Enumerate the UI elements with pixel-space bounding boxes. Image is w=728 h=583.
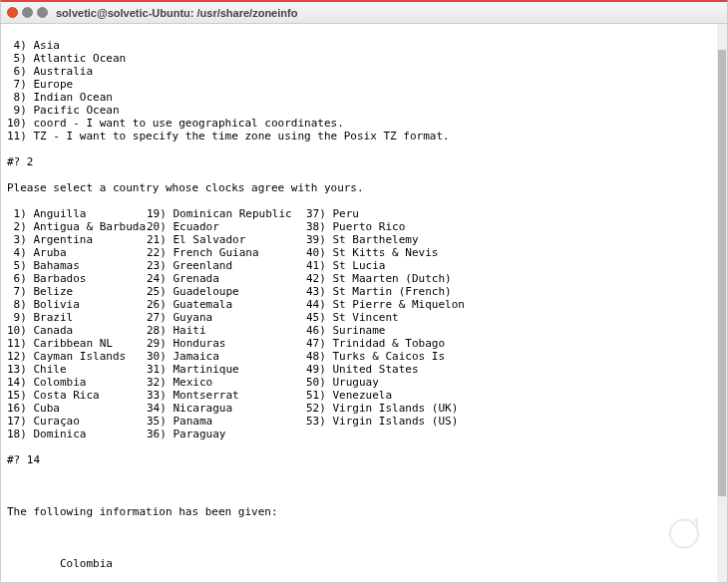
country-cell: 19) Dominican Republic [147, 207, 306, 220]
terminal-window: solvetic@solvetic-Ubuntu: /usr/share/zon… [0, 0, 728, 583]
country-cell: 13) Chile [7, 363, 147, 376]
window-buttons [7, 7, 48, 18]
country-cell: 48) Turks & Caicos Is [306, 350, 721, 363]
country-cell: 51) Venezuela [306, 389, 721, 402]
country-cell: 41) St Lucia [306, 259, 721, 272]
country-cell: 52) Virgin Islands (UK) [306, 402, 721, 415]
country-row: 15) Costa Rica33) Montserrat51) Venezuel… [7, 389, 721, 402]
country-row: 11) Caribbean NL29) Honduras47) Trinidad… [7, 337, 721, 350]
country-cell: 25) Guadeloupe [147, 285, 306, 298]
country-cell: 28) Haiti [147, 324, 306, 337]
country-cell: 11) Caribbean NL [7, 337, 147, 350]
maximize-icon[interactable] [37, 7, 48, 18]
country-row: 14) Colombia32) Mexico50) Uruguay [7, 376, 721, 389]
country-row: 8) Bolivia26) Guatemala44) St Pierre & M… [7, 298, 721, 311]
watermark-icon [619, 493, 709, 572]
scrollbar[interactable] [717, 24, 727, 582]
country-cell: 29) Honduras [147, 337, 306, 350]
country-cell [306, 428, 721, 440]
output-line: The following information has been given… [7, 505, 721, 518]
country-cell: 39) St Barthelemy [306, 233, 721, 246]
country-cell: 12) Cayman Islands [7, 350, 147, 363]
output-line: 4) Asia [7, 39, 721, 52]
country-cell: 3) Argentina [7, 233, 147, 246]
svg-point-0 [670, 520, 698, 548]
country-cell: 2) Antigua & Barbuda [7, 220, 147, 233]
country-cell: 30) Jamaica [147, 350, 306, 363]
country-cell: 16) Cuba [7, 402, 147, 415]
terminal-body[interactable]: 4) Asia 5) Atlantic Ocean 6) Australia 7… [1, 24, 727, 582]
country-row: 16) Cuba34) Nicaragua52) Virgin Islands … [7, 402, 721, 415]
country-row: 17) Curaçao35) Panama53) Virgin Islands … [7, 415, 721, 428]
country-row: 13) Chile31) Martinique49) United States [7, 363, 721, 376]
country-cell: 53) Virgin Islands (US) [306, 415, 721, 428]
country-cell: 36) Paraguay [147, 428, 306, 440]
country-cell: 10) Canada [7, 324, 147, 337]
country-cell: 47) Trinidad & Tobago [306, 337, 721, 350]
blank-line [7, 531, 721, 544]
minimize-icon[interactable] [22, 7, 33, 18]
country-cell: 38) Puerto Rico [306, 220, 721, 233]
country-cell: 46) Suriname [306, 324, 721, 337]
output-line: 5) Atlantic Ocean [7, 52, 721, 65]
country-row: 3) Argentina21) El Salvador39) St Barthe… [7, 233, 721, 246]
country-cell: 34) Nicaragua [147, 402, 306, 415]
country-row: 9) Brazil27) Guyana45) St Vincent [7, 311, 721, 324]
country-row: 5) Bahamas23) Greenland41) St Lucia [7, 259, 721, 272]
country-cell: 37) Peru [306, 207, 721, 220]
window-title: solvetic@solvetic-Ubuntu: /usr/share/zon… [56, 7, 297, 19]
country-cell: 50) Uruguay [306, 376, 721, 389]
country-row: 6) Barbados24) Grenada42) St Maarten (Du… [7, 272, 721, 285]
country-cell: 22) French Guiana [147, 246, 306, 259]
country-row: 7) Belize25) Guadeloupe43) St Martin (Fr… [7, 285, 721, 298]
output-line: 7) Europe [7, 78, 721, 91]
country-cell: 26) Guatemala [147, 298, 306, 311]
country-cell: 17) Curaçao [7, 415, 147, 428]
country-cell: 1) Anguilla [7, 207, 147, 220]
country-cell: 9) Brazil [7, 311, 147, 324]
output-line: Please select a country whose clocks agr… [7, 181, 721, 194]
country-row: 2) Antigua & Barbuda20) Ecuador38) Puert… [7, 220, 721, 233]
country-cell: 21) El Salvador [147, 233, 306, 246]
country-cell: 20) Ecuador [147, 220, 306, 233]
country-cell: 4) Aruba [7, 246, 147, 259]
country-row: 10) Canada28) Haiti46) Suriname [7, 324, 721, 337]
country-cell: 35) Panama [147, 415, 306, 428]
output-line: 8) Indian Ocean [7, 91, 721, 104]
output-line: 11) TZ - I want to specify the time zone… [7, 130, 721, 143]
country-cell: 15) Costa Rica [7, 389, 147, 402]
country-cell: 40) St Kitts & Nevis [306, 246, 721, 259]
output-line: Colombia [7, 557, 721, 570]
country-row: 1) Anguilla19) Dominican Republic37) Per… [7, 207, 721, 220]
country-cell: 7) Belize [7, 285, 147, 298]
output-line: 6) Australia [7, 65, 721, 78]
close-icon[interactable] [7, 7, 18, 18]
blank-line [7, 479, 721, 492]
country-cell: 42) St Maarten (Dutch) [306, 272, 721, 285]
country-cell: 43) St Martin (French) [306, 285, 721, 298]
titlebar: solvetic@solvetic-Ubuntu: /usr/share/zon… [1, 2, 727, 24]
country-cell: 33) Montserrat [147, 389, 306, 402]
output-line: #? 2 [7, 155, 721, 168]
country-cell: 27) Guyana [147, 311, 306, 324]
output-line: 10) coord - I want to use geographical c… [7, 117, 721, 130]
scrollbar-thumb[interactable] [718, 50, 726, 496]
country-cell: 49) United States [306, 363, 721, 376]
output-line: #? 14 [7, 453, 721, 466]
country-cell: 24) Grenada [147, 272, 306, 285]
country-row: 4) Aruba22) French Guiana40) St Kitts & … [7, 246, 721, 259]
country-cell: 44) St Pierre & Miquelon [306, 298, 721, 311]
country-cell: 23) Greenland [147, 259, 306, 272]
country-cell: 31) Martinique [147, 363, 306, 376]
country-cell: 32) Mexico [147, 376, 306, 389]
country-cell: 14) Colombia [7, 376, 147, 389]
country-row: 12) Cayman Islands30) Jamaica48) Turks &… [7, 350, 721, 363]
country-cell: 18) Dominica [7, 428, 147, 440]
country-cell: 8) Bolivia [7, 298, 147, 311]
country-cell: 45) St Vincent [306, 311, 721, 324]
output-line: 9) Pacific Ocean [7, 104, 721, 117]
country-row: 18) Dominica36) Paraguay [7, 428, 721, 440]
country-cell: 6) Barbados [7, 272, 147, 285]
country-cell: 5) Bahamas [7, 259, 147, 272]
